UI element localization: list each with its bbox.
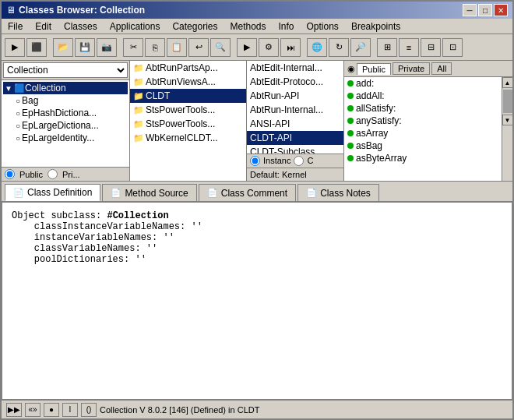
app-item-stspowertools2[interactable]: 📁 StsPowerTools... (130, 117, 246, 131)
tree-item-eplargeidentity[interactable]: ○ EpLargeIdentity... (3, 132, 128, 144)
private-radio[interactable] (48, 169, 58, 179)
menu-edit[interactable]: Edit (29, 19, 58, 34)
tree-item-collection[interactable]: ▼ 🟦 Collection (3, 82, 128, 94)
globe-button[interactable]: 🌐 (307, 38, 327, 57)
tree-item-bag[interactable]: ○ Bag (3, 94, 128, 107)
minimize-button[interactable]: ─ (463, 4, 477, 16)
app-item-abtrunparts[interactable]: 📁 AbtRunPartsAp... (130, 61, 246, 75)
instance-radio[interactable] (250, 156, 260, 166)
methods-panel: ◉ Public Private All add: addAll: (344, 61, 512, 181)
paste-button[interactable]: 📋 (167, 38, 187, 57)
scroll-down-arrow[interactable]: ▼ (502, 115, 513, 125)
scroll-up-arrow[interactable]: ▲ (502, 77, 513, 88)
method-asbytearray[interactable]: asByteArray (344, 152, 502, 164)
cat-item-abtrun-internal[interactable]: AbtRun-Internal... (247, 103, 343, 117)
method-allsatisfy[interactable]: allSatisfy: (344, 102, 502, 115)
find-button[interactable]: 🔍 (210, 38, 231, 57)
status-btn-1[interactable]: ▶▶ (6, 403, 22, 417)
undo-button[interactable]: ↩ (188, 38, 209, 57)
status-btn-5[interactable]: () (81, 403, 97, 417)
extra-button[interactable]: ⊟ (421, 38, 441, 57)
app-item-abtrunviews[interactable]: 📁 AbtRunViewsA... (130, 75, 246, 89)
app-item-label: AbtRunPartsAp... (146, 62, 218, 73)
tab-class-definition[interactable]: 📄 Class Definition (5, 184, 100, 201)
cut-button[interactable]: ✂ (123, 38, 143, 57)
private-button[interactable]: Private (393, 62, 430, 75)
method-anysatisfy[interactable]: anySatisfy: (344, 115, 502, 127)
radio-icon: ○ (16, 97, 20, 105)
pub-priv-bar: ◉ Public Private All (344, 61, 512, 77)
method-asbag[interactable]: asBag (344, 139, 502, 152)
public-button[interactable]: Public (357, 63, 391, 75)
method-add[interactable]: add: (344, 77, 502, 90)
public-private-radio-bar: Public Pri... (2, 167, 129, 181)
tab-class-notes[interactable]: 📄 Class Notes (297, 184, 379, 201)
camera-button[interactable]: 📷 (97, 38, 117, 57)
app-item-wbkernelcldt[interactable]: 📁 WbKernelCLDT... (130, 131, 246, 145)
debug-button[interactable]: ⚙ (259, 38, 279, 57)
main-area: Collection ▼ 🟦 Collection ○ Bag ○ (2, 61, 512, 418)
refresh-button[interactable]: ↻ (329, 38, 349, 57)
inspect-button[interactable]: 🔎 (350, 38, 371, 57)
step-button[interactable]: ⏭ (280, 38, 301, 57)
cat-item-abtedit-internal[interactable]: AbtEdit-Internal... (247, 61, 343, 75)
class-label: C (307, 156, 313, 166)
cat-item-ansi-api[interactable]: ANSI-API (247, 117, 343, 131)
cat-item-label: CLDT-API (250, 132, 292, 143)
green-dot-icon (347, 93, 354, 99)
categories-list: AbtEdit-Internal... AbtEdit-Protoco... A… (247, 61, 343, 154)
method-asarray[interactable]: asArray (344, 127, 502, 139)
cat-item-cldt-api[interactable]: CLDT-API (247, 131, 343, 145)
code-line-4: poolDictionaries: '' (12, 254, 146, 265)
stop-button[interactable]: ⬛ (26, 38, 47, 57)
title-bar-left: 🖥 Classes Browser: Collection (6, 5, 145, 16)
menu-info[interactable]: Info (273, 19, 301, 34)
cat-item-label: AbtRun-Internal... (250, 104, 323, 115)
tab-label-class-comment: Class Comment (221, 188, 287, 199)
all-button[interactable]: All (431, 62, 452, 75)
menu-file[interactable]: File (2, 19, 29, 34)
scroll-thumb[interactable] (503, 90, 512, 113)
app-item-stspowertools1[interactable]: 📁 StsPowerTools... (130, 103, 246, 117)
menu-methods[interactable]: Methods (224, 19, 272, 34)
grid-button[interactable]: ⊞ (377, 38, 397, 57)
scope-icon: ◉ (347, 64, 355, 74)
open-button[interactable]: 📂 (53, 38, 73, 57)
cat-item-cldt-subclass[interactable]: CLDT-Subclass... (247, 145, 343, 154)
public-label: Public (19, 170, 43, 179)
copy-button[interactable]: ⎘ (145, 38, 165, 57)
class-radio[interactable] (294, 156, 304, 166)
menu-options[interactable]: Options (301, 19, 345, 34)
menu-categories[interactable]: Categories (166, 19, 224, 34)
code-editor[interactable]: Object subclass: #Collection classInstan… (2, 202, 512, 400)
class-dropdown[interactable]: Collection (3, 62, 128, 78)
cat-item-abtedit-protoco[interactable]: AbtEdit-Protoco... (247, 75, 343, 89)
menu-breakpoints[interactable]: Breakpoints (345, 19, 407, 34)
tab-method-source[interactable]: 📄 Method Source (102, 184, 196, 201)
class-tree-list: ▼ 🟦 Collection ○ Bag ○ EpHashDictiona...… (2, 80, 129, 167)
cat-item-abtrun-api[interactable]: AbtRun-API (247, 89, 343, 103)
status-btn-2[interactable]: «» (25, 403, 40, 417)
radio-icon: ○ (16, 122, 20, 130)
run2-button[interactable]: ▶ (237, 38, 257, 57)
public-radio[interactable] (5, 169, 15, 179)
tab-class-comment[interactable]: 📄 Class Comment (199, 184, 296, 201)
extra2-button[interactable]: ⊡ (442, 38, 463, 57)
cat-item-label: CLDT-Subclass... (250, 146, 322, 154)
menu-classes[interactable]: Classes (58, 19, 104, 34)
maximize-button[interactable]: □ (478, 4, 492, 16)
green-dot-icon (347, 143, 354, 149)
tree-item-ephashdictionary[interactable]: ○ EpHashDictiona... (3, 107, 128, 119)
list-button[interactable]: ≡ (399, 38, 419, 57)
close-button[interactable]: ✕ (494, 4, 508, 16)
menu-applications[interactable]: Applications (104, 19, 167, 34)
status-btn-4[interactable]: I (62, 403, 78, 417)
app-item-cldt[interactable]: 📁 CLDT (130, 89, 246, 103)
method-addall[interactable]: addAll: (344, 90, 502, 102)
tree-item-eplargedictionary[interactable]: ○ EpLargeDictiona... (3, 119, 128, 132)
status-btn-3[interactable]: ● (44, 403, 59, 417)
tab-icon-method-src: 📄 (111, 188, 121, 198)
save-button[interactable]: 💾 (75, 38, 95, 57)
run-button[interactable]: ▶ (5, 38, 25, 57)
folder-icon: 📁 (133, 133, 144, 143)
